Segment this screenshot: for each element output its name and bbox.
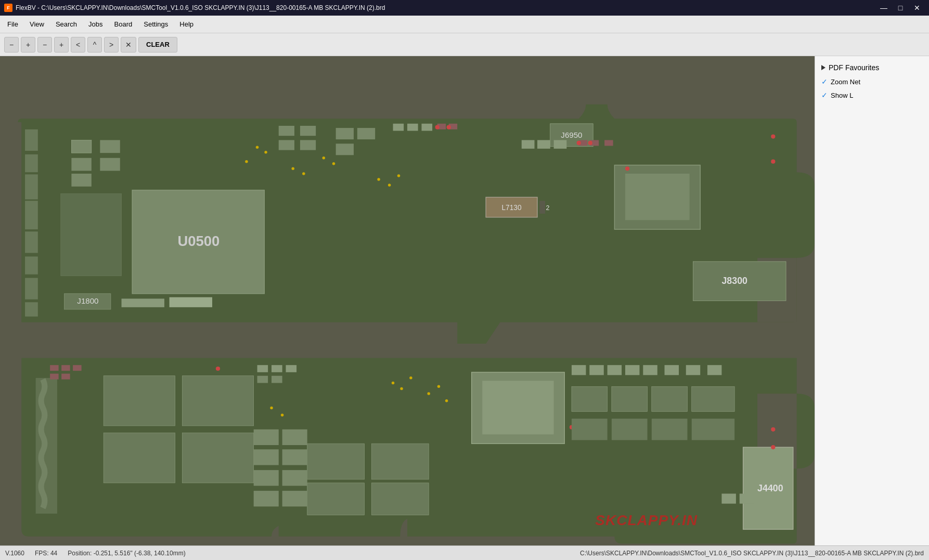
prev-btn[interactable]: <: [71, 37, 85, 53]
svg-rect-108: [73, 365, 81, 371]
menu-item-search[interactable]: Search: [50, 18, 82, 30]
svg-point-59: [264, 151, 267, 153]
svg-rect-78: [371, 483, 429, 515]
menu-item-help[interactable]: Help: [174, 18, 199, 30]
svg-rect-111: [572, 386, 608, 411]
svg-point-66: [388, 184, 391, 186]
svg-rect-124: [282, 470, 307, 486]
pdf-favourites-header[interactable]: PDF Favourites: [815, 60, 929, 75]
title-bar: F FlexBV - C:\Users\SKCLAPPY.IN\Download…: [0, 0, 929, 16]
svg-point-97: [216, 367, 220, 371]
svg-rect-50: [604, 140, 613, 146]
svg-rect-8: [25, 201, 38, 229]
svg-rect-72: [36, 378, 57, 514]
svg-rect-84: [257, 376, 268, 383]
svg-rect-28: [336, 144, 354, 155]
svg-rect-5: [25, 129, 38, 151]
svg-rect-11: [25, 278, 38, 299]
svg-rect-89: [625, 365, 639, 375]
clear-btn[interactable]: CLEAR: [138, 37, 177, 53]
menu-item-file[interactable]: File: [2, 18, 23, 30]
svg-rect-39: [539, 201, 545, 214]
status-bar: V.1060 FPS: 44 Position: -0.251, 5.516" …: [0, 545, 929, 560]
fps-text: FPS: 44: [35, 550, 57, 557]
svg-rect-24: [279, 140, 294, 150]
minimize-button[interactable]: —: [876, 2, 892, 14]
svg-point-65: [377, 178, 380, 180]
zoom-in-btn[interactable]: +: [21, 37, 35, 53]
svg-text:J1800: J1800: [77, 296, 98, 305]
zoom-net-label: Zoom Net: [831, 78, 860, 86]
position-text: Position: -0.251, 5.516" (-6.38, 140.10m…: [68, 550, 185, 557]
svg-rect-87: [589, 365, 603, 375]
show-l-label: Show L: [831, 92, 853, 99]
svg-rect-118: [692, 419, 734, 440]
svg-rect-25: [300, 126, 316, 136]
svg-rect-74: [482, 381, 553, 434]
menu-item-view[interactable]: View: [24, 18, 49, 30]
svg-rect-7: [25, 174, 38, 199]
svg-point-96: [771, 445, 775, 449]
svg-rect-77: [371, 444, 429, 479]
svg-rect-32: [421, 124, 432, 131]
svg-rect-125: [254, 491, 279, 506]
svg-rect-123: [254, 470, 279, 486]
svg-rect-114: [692, 386, 734, 411]
app-icon: F: [4, 4, 12, 12]
svg-rect-115: [572, 419, 608, 440]
svg-rect-29: [357, 128, 375, 139]
up-btn[interactable]: ^: [87, 37, 102, 53]
menu-item-jobs[interactable]: Jobs: [83, 18, 108, 30]
svg-rect-106: [50, 365, 58, 371]
zoom-out-btn[interactable]: −: [4, 37, 19, 53]
menu-item-board[interactable]: Board: [109, 18, 138, 30]
zoom-net-option[interactable]: ✓ Zoom Net: [815, 75, 929, 88]
svg-point-58: [256, 146, 259, 148]
svg-rect-30: [393, 124, 404, 131]
expand-icon: [821, 65, 825, 70]
pdf-favourites-label: PDF Favourites: [829, 63, 879, 72]
svg-rect-17: [71, 140, 91, 153]
svg-point-104: [270, 407, 273, 409]
svg-rect-82: [272, 365, 282, 372]
svg-rect-109: [50, 374, 58, 380]
zoom-out2-btn[interactable]: −: [37, 37, 52, 53]
board-area[interactable]: U0500 J1800: [0, 56, 815, 545]
svg-rect-68: [104, 376, 175, 426]
svg-rect-27: [336, 128, 354, 139]
svg-rect-42: [625, 174, 690, 220]
svg-rect-93: [707, 365, 721, 375]
svg-rect-126: [282, 491, 307, 506]
svg-point-101: [427, 392, 430, 395]
svg-point-56: [771, 160, 775, 164]
svg-rect-19: [71, 174, 91, 187]
svg-point-54: [588, 141, 592, 145]
svg-rect-83: [286, 365, 296, 372]
svg-point-105: [281, 414, 283, 416]
svg-rect-113: [652, 386, 688, 411]
next-btn[interactable]: >: [104, 37, 119, 53]
svg-rect-110: [61, 374, 70, 380]
toolbar: −+−+<^>✕CLEAR: [0, 33, 929, 56]
title-bar-controls: — □ ✕: [876, 2, 925, 14]
svg-point-99: [400, 387, 403, 390]
menu-item-settings[interactable]: Settings: [138, 18, 173, 30]
svg-point-62: [302, 172, 305, 175]
svg-point-63: [322, 157, 325, 159]
maximize-button[interactable]: □: [893, 2, 908, 14]
svg-point-100: [409, 376, 412, 379]
svg-rect-18: [71, 158, 91, 171]
svg-rect-46: [537, 140, 550, 148]
svg-rect-120: [282, 429, 307, 445]
cancel-btn[interactable]: ✕: [121, 37, 136, 53]
svg-rect-85: [272, 376, 282, 383]
svg-rect-31: [407, 124, 418, 131]
show-l-option[interactable]: ✓ Show L: [815, 88, 929, 102]
right-panel: PDF Favourites ✓ Zoom Net ✓ Show L: [815, 56, 929, 545]
zoom-in2-btn[interactable]: +: [54, 37, 69, 53]
svg-rect-21: [100, 158, 120, 171]
close-button[interactable]: ✕: [909, 2, 925, 14]
menu-bar: FileViewSearchJobsBoardSettingsHelp: [0, 16, 929, 33]
svg-rect-112: [612, 386, 648, 411]
svg-point-95: [771, 427, 775, 432]
